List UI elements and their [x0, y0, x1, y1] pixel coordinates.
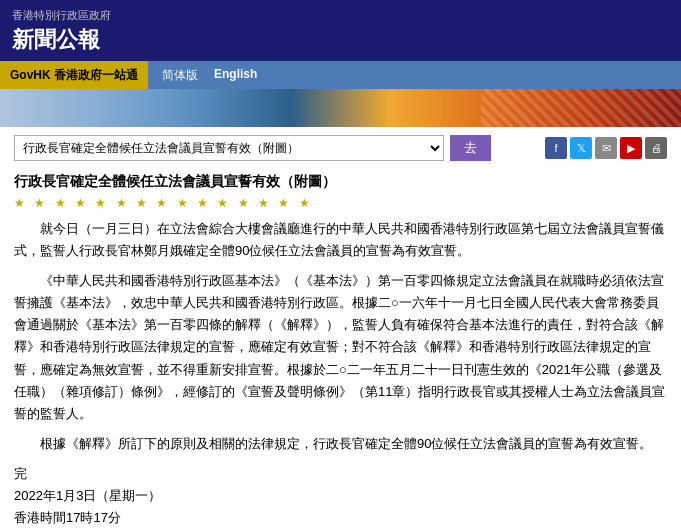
- nav-english[interactable]: English: [214, 67, 257, 84]
- article-select[interactable]: 行政長官確定全體候任立法會議員宣誓有效（附圖）: [14, 135, 444, 161]
- nav-simplified[interactable]: 简体版: [162, 67, 198, 84]
- article-body: 就今日（一月三日）在立法會綜合大樓會議廳進行的中華人民共和國香港特別行政區第七屆…: [14, 218, 667, 455]
- print-icon[interactable]: 🖨: [645, 137, 667, 159]
- article-title: 行政長官確定全體候任立法會議員宣誓有效（附圖）: [14, 171, 667, 192]
- social-icons: f 𝕏 ✉ ▶ 🖨: [545, 137, 667, 159]
- paragraph-3: 根據《解釋》所訂下的原則及相關的法律規定，行政長官確定全體90位候任立法會議員的…: [14, 433, 667, 455]
- paragraph-2: 《中華人民共和國香港特別行政區基本法》（《基本法》）第一百零四條規定立法會議員在…: [14, 270, 667, 425]
- banner-pattern: [481, 89, 681, 127]
- navbar: GovHK 香港政府一站通 简体版 English: [0, 61, 681, 89]
- email-icon[interactable]: ✉: [595, 137, 617, 159]
- facebook-icon[interactable]: f: [545, 137, 567, 159]
- go-button[interactable]: 去: [450, 135, 491, 161]
- paragraph-1: 就今日（一月三日）在立法會綜合大樓會議廳進行的中華人民共和國香港特別行政區第七屆…: [14, 218, 667, 262]
- nav-links: 简体版 English: [148, 67, 271, 84]
- time-label: 香港時間17時17分: [14, 507, 667, 529]
- twitter-icon[interactable]: 𝕏: [570, 137, 592, 159]
- dropdown-row: 行政長官確定全體候任立法會議員宣誓有效（附圖） 去 f 𝕏 ✉ ▶ 🖨: [14, 135, 667, 161]
- banner: [0, 89, 681, 127]
- main-content: 行政長官確定全體候任立法會議員宣誓有效（附圖） 去 f 𝕏 ✉ ▶ 🖨 行政長官…: [0, 127, 681, 530]
- stars-decoration: ★ ★ ★ ★ ★ ★ ★ ★ ★ ★ ★ ★ ★ ★ ★: [14, 196, 667, 210]
- youtube-icon[interactable]: ▶: [620, 137, 642, 159]
- header-subtitle: 香港特別行政區政府: [12, 8, 669, 23]
- header: 香港特別行政區政府 新聞公報: [0, 0, 681, 61]
- article-footer: 完 2022年1月3日（星期一） 香港時間17時17分: [14, 463, 667, 529]
- date-label: 2022年1月3日（星期一）: [14, 485, 667, 507]
- nav-govhk[interactable]: GovHK 香港政府一站通: [0, 61, 148, 89]
- header-title: 新聞公報: [12, 25, 669, 55]
- end-label: 完: [14, 463, 667, 485]
